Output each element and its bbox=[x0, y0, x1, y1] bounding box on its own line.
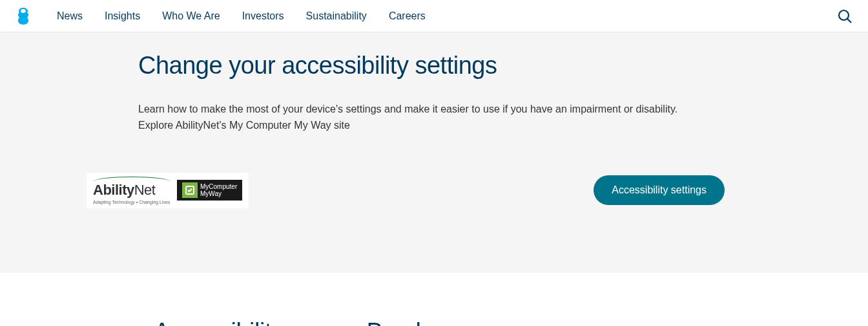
nav-item-investors[interactable]: Investors bbox=[242, 10, 284, 22]
accessibility-settings-button[interactable]: Accessibility settings bbox=[594, 175, 725, 205]
accessibility-across-barclays-section: Accessibility across Barclays bbox=[0, 273, 868, 326]
site-header: News Insights Who We Are Investors Susta… bbox=[0, 0, 868, 32]
nav-item-news[interactable]: News bbox=[57, 10, 83, 22]
content-wrap: Change your accessibility settings Learn… bbox=[87, 52, 781, 208]
abilitynet-wordmark: AbilityNet bbox=[93, 182, 170, 199]
abilitynet-tagline: Adapting Technology • Changing Lives bbox=[93, 200, 170, 204]
abilitynet-logo: AbilityNet Adapting Technology • Changin… bbox=[93, 177, 170, 204]
svg-point-0 bbox=[839, 10, 849, 20]
mcmw-line2: MyWay bbox=[200, 190, 222, 197]
nav-item-sustainability[interactable]: Sustainability bbox=[306, 10, 367, 22]
nav-item-insights[interactable]: Insights bbox=[105, 10, 140, 22]
nav-item-who-we-are[interactable]: Who We Are bbox=[162, 10, 220, 22]
abilitynet-arc-icon bbox=[93, 177, 170, 182]
accessibility-settings-section: Change your accessibility settings Learn… bbox=[0, 32, 868, 273]
mcmw-check-icon bbox=[182, 182, 198, 198]
abilitynet-light: Net bbox=[134, 182, 156, 198]
mycomputer-myway-logo: MyComputer MyWay bbox=[177, 180, 242, 201]
section-description: Learn how to make the most of your devic… bbox=[138, 102, 700, 134]
mcmw-line1: MyComputer bbox=[200, 183, 237, 190]
section2-heading: Accessibility across Barclays bbox=[154, 318, 868, 326]
nav-item-careers[interactable]: Careers bbox=[389, 10, 426, 22]
mcmw-text: MyComputer MyWay bbox=[200, 183, 237, 197]
svg-line-1 bbox=[847, 19, 851, 23]
description-line-2: Explore AbilityNet's My Computer My Way … bbox=[138, 120, 350, 131]
search-icon[interactable] bbox=[837, 8, 852, 24]
logo-cta-row: AbilityNet Adapting Technology • Changin… bbox=[87, 173, 730, 208]
abilitynet-partner-logo: AbilityNet Adapting Technology • Changin… bbox=[87, 173, 249, 208]
description-line-1: Learn how to make the most of your devic… bbox=[138, 103, 677, 114]
section-heading: Change your accessibility settings bbox=[138, 52, 730, 80]
primary-nav: News Insights Who We Are Investors Susta… bbox=[57, 10, 837, 22]
barclays-eagle-logo-icon[interactable] bbox=[16, 8, 31, 25]
abilitynet-bold: Ability bbox=[93, 182, 134, 198]
